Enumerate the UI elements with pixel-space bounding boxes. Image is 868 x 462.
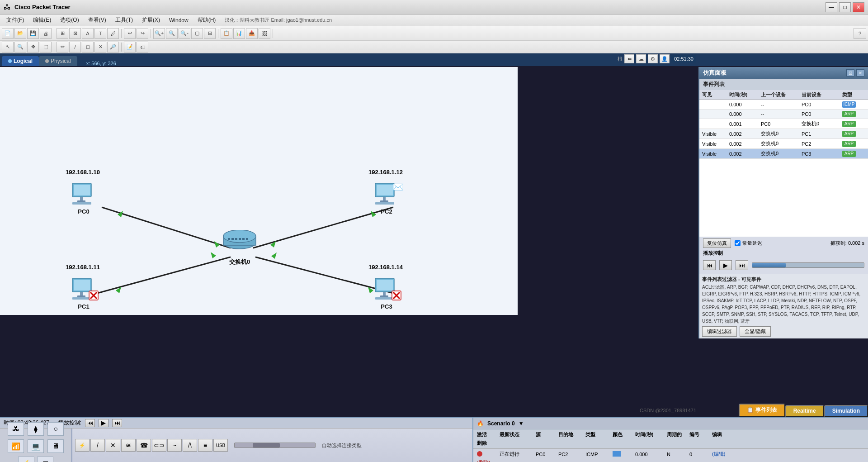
palette-switch[interactable]: ⧫ bbox=[28, 422, 44, 436]
tool-select[interactable]: ↖ bbox=[2, 42, 14, 52]
conn-btn-serial[interactable]: ~ bbox=[167, 439, 182, 452]
toolbar-btn5[interactable]: ⊞ bbox=[57, 28, 68, 39]
device-PC2[interactable]: 192.168.1.12 ✉️ PC2 bbox=[373, 182, 400, 215]
toolbar-save[interactable]: 💾 bbox=[27, 28, 39, 39]
tab-physical[interactable]: Physical bbox=[39, 56, 77, 66]
menu-file[interactable]: 文件(F) bbox=[3, 15, 28, 25]
mode-tab-event-list[interactable]: 📋 事件列表 bbox=[739, 404, 785, 417]
scenario-row-1[interactable]: 正在进行 PC0 PC2 ICMP 0.000 N 0 (编辑) (删除) bbox=[476, 450, 865, 462]
tool-erase[interactable]: ◻ bbox=[82, 42, 94, 52]
conn-btn-usb[interactable]: USB bbox=[213, 439, 228, 452]
toolbar-btn13[interactable]: ▢ bbox=[191, 28, 203, 39]
bottom-play-rewind[interactable]: ⏮ bbox=[85, 419, 95, 427]
palette-server[interactable]: 🖥 bbox=[47, 439, 64, 453]
tool-label[interactable]: 🏷 bbox=[137, 42, 148, 52]
toolbar-btn18[interactable]: 🖼 bbox=[259, 28, 270, 39]
palette-hub[interactable]: ○ bbox=[47, 422, 64, 436]
back-btn[interactable]: ⬅ bbox=[624, 54, 634, 63]
reset-sim-button[interactable]: 复位仿真 bbox=[703, 238, 731, 248]
conn-btn-dce[interactable]: /\ bbox=[183, 439, 197, 452]
event-row-1[interactable]: 0.000 -- PC0 ICMP bbox=[699, 100, 868, 110]
tab-logical[interactable]: Logical bbox=[2, 56, 39, 66]
user-btn[interactable]: 👤 bbox=[660, 54, 670, 63]
sim-close-btn[interactable]: ✕ bbox=[856, 69, 864, 76]
toolbar-btn15[interactable]: 📋 bbox=[221, 28, 232, 39]
device-Switch0[interactable]: 交换机0 bbox=[222, 230, 258, 266]
toolbar-btn9[interactable]: 🖊 bbox=[107, 28, 119, 39]
tool-pen[interactable]: ✏ bbox=[57, 42, 68, 52]
mode-tab-realtime[interactable]: Realtime bbox=[785, 405, 824, 417]
event-row-2[interactable]: 0.000 -- PC0 ARP bbox=[699, 110, 868, 119]
close-button[interactable]: ✕ bbox=[853, 2, 864, 12]
toolbar-btn6[interactable]: ⊠ bbox=[69, 28, 81, 39]
play-rewind-button[interactable]: ⏮ bbox=[703, 260, 716, 270]
minimize-button[interactable]: — bbox=[826, 2, 837, 12]
device-PC3[interactable]: 192.168.1.14 PC3 bbox=[373, 277, 400, 310]
menu-extend[interactable]: 扩展(X) bbox=[138, 15, 164, 25]
tool-delete[interactable]: ✕ bbox=[94, 42, 106, 52]
conn-btn-straight[interactable]: / bbox=[90, 439, 105, 452]
show-all-button[interactable]: 全显/隐藏 bbox=[740, 326, 771, 337]
palette-icon-extra1[interactable]: ⚡ bbox=[18, 457, 34, 462]
bottom-play-forward[interactable]: ⏭ bbox=[112, 419, 122, 427]
event-row-4[interactable]: Visible 0.002 交换机0 PC1 ARP bbox=[699, 129, 868, 139]
toolbar-zoom-in[interactable]: 🔍+ bbox=[153, 28, 165, 39]
cloud-btn[interactable]: ☁ bbox=[636, 54, 646, 63]
conn-btn-auto[interactable]: ⚡ bbox=[75, 439, 90, 452]
tool-note[interactable]: 📝 bbox=[124, 42, 136, 52]
menu-view[interactable]: 查看(V) bbox=[85, 15, 110, 25]
conn-btn-phone[interactable]: ☎ bbox=[137, 439, 151, 452]
maximize-button[interactable]: □ bbox=[839, 2, 851, 12]
tool-inspect[interactable]: 🔎 bbox=[107, 42, 119, 52]
device-PC0[interactable]: 192.168.1.10 PC0 bbox=[70, 182, 97, 215]
event-row-6[interactable]: Visible 0.002 交换机0 PC3 ARP bbox=[699, 149, 868, 159]
tool-line[interactable]: / bbox=[69, 42, 81, 52]
sim-float-btn[interactable]: ⊡ bbox=[846, 69, 854, 76]
play-fast-forward-button[interactable]: ⏭ bbox=[736, 260, 748, 270]
conn-btn-isdn[interactable]: ≡ bbox=[198, 439, 212, 452]
palette-icon-extra2[interactable]: ⊞ bbox=[37, 457, 53, 462]
palette-router[interactable]: 🖧 bbox=[8, 422, 24, 436]
tool-search[interactable]: 🔍 bbox=[14, 42, 26, 52]
edit-filter-button[interactable]: 编辑过滤器 bbox=[702, 326, 737, 337]
svg-rect-41 bbox=[228, 238, 230, 240]
palette-pc[interactable]: 💻 bbox=[28, 439, 44, 453]
conn-btn-fiber[interactable]: ≋ bbox=[121, 439, 136, 452]
tool-move[interactable]: ✥ bbox=[27, 42, 39, 52]
conn-btn-coax[interactable]: ⊂⊃ bbox=[152, 439, 166, 452]
mode-tab-simulation[interactable]: Simulation bbox=[824, 405, 868, 417]
toolbar-redo[interactable]: ↪ bbox=[137, 28, 148, 39]
menu-help[interactable]: 帮助(H) bbox=[194, 15, 220, 25]
event-row-5[interactable]: Visible 0.002 交换机0 PC2 ARP bbox=[699, 139, 868, 149]
toolbar-btn8[interactable]: T bbox=[94, 28, 106, 39]
menu-tools[interactable]: 工具(T) bbox=[112, 15, 137, 25]
toolbar-btn16[interactable]: 📊 bbox=[233, 28, 245, 39]
device-PC1[interactable]: 192.168.1.11 PC1 bbox=[70, 277, 97, 310]
h-scrollbar[interactable] bbox=[234, 443, 316, 448]
toolbar-btn7[interactable]: A bbox=[82, 28, 94, 39]
menu-edit[interactable]: 编辑(E) bbox=[29, 15, 55, 25]
sc-edit-1[interactable]: (编辑) bbox=[711, 450, 743, 458]
tool-rect-select[interactable]: ⬚ bbox=[40, 42, 52, 52]
constant-delay-checkbox[interactable] bbox=[735, 240, 741, 246]
progress-bar[interactable] bbox=[752, 262, 864, 268]
menu-window[interactable]: Window bbox=[165, 16, 192, 24]
menu-options[interactable]: 选项(O) bbox=[57, 15, 82, 25]
toolbar-zoom-reset[interactable]: 🔍 bbox=[166, 28, 178, 39]
toolbar-help[interactable]: ? bbox=[854, 28, 866, 39]
toolbar-new[interactable]: 📄 bbox=[2, 28, 14, 39]
titlebar-controls[interactable]: — □ ✕ bbox=[826, 2, 864, 12]
bottom-play-play[interactable]: ▶ bbox=[99, 419, 108, 427]
sc-delete-1[interactable]: (删除) bbox=[476, 458, 499, 462]
toolbar-btn17[interactable]: 📥 bbox=[246, 28, 258, 39]
toolbar-btn14[interactable]: ⊞ bbox=[204, 28, 216, 39]
play-play-button[interactable]: ▶ bbox=[719, 260, 732, 270]
conn-btn-cross[interactable]: ✕ bbox=[106, 439, 120, 452]
toolbar-open[interactable]: 📂 bbox=[14, 28, 26, 39]
toolbar-zoom-out[interactable]: 🔍- bbox=[179, 28, 190, 39]
toolbar-undo[interactable]: ↩ bbox=[124, 28, 136, 39]
event-row-3[interactable]: 0.001 PC0 交换机0 ARP bbox=[699, 119, 868, 129]
palette-wireless[interactable]: 📶 bbox=[8, 439, 24, 453]
settings-btn[interactable]: ⚙ bbox=[648, 54, 658, 63]
toolbar-print[interactable]: 🖨 bbox=[40, 28, 52, 39]
